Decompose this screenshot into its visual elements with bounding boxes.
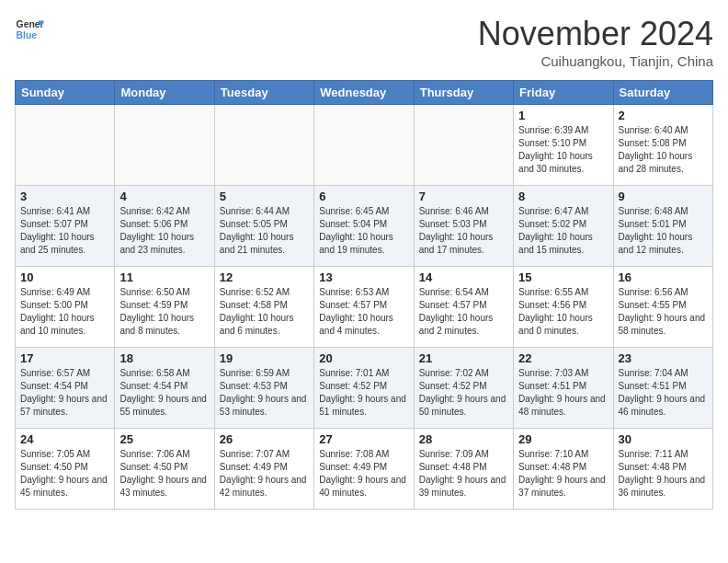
weekday-header-saturday: Saturday [613,81,712,105]
logo: General Blue [15,15,44,44]
day-number: 6 [319,190,408,203]
day-number: 7 [419,190,508,203]
calendar-day-cell: 8Sunrise: 6:47 AM Sunset: 5:02 PM Daylig… [514,186,613,267]
day-info: Sunrise: 7:04 AM Sunset: 4:51 PM Dayligh… [619,367,708,419]
day-number: 30 [619,432,708,446]
day-info: Sunrise: 7:01 AM Sunset: 4:52 PM Dayligh… [319,367,408,419]
day-number: 27 [319,432,408,446]
day-number: 12 [220,270,309,284]
day-number: 24 [20,432,109,446]
calendar-day-cell: 25Sunrise: 7:06 AM Sunset: 4:50 PM Dayli… [115,429,214,510]
day-number: 23 [619,351,708,365]
weekday-header-sunday: Sunday [16,81,115,105]
calendar-day-cell: 30Sunrise: 7:11 AM Sunset: 4:48 PM Dayli… [613,429,712,510]
calendar-day-cell: 10Sunrise: 6:49 AM Sunset: 5:00 PM Dayli… [16,267,115,348]
calendar-day-cell: 9Sunrise: 6:48 AM Sunset: 5:01 PM Daylig… [613,186,712,267]
calendar-day-cell: 29Sunrise: 7:10 AM Sunset: 4:48 PM Dayli… [514,429,613,510]
calendar-day-cell: 14Sunrise: 6:54 AM Sunset: 4:57 PM Dayli… [414,267,513,348]
calendar-day-cell: 2Sunrise: 6:40 AM Sunset: 5:08 PM Daylig… [613,105,712,186]
day-number: 26 [220,432,309,446]
day-info: Sunrise: 6:42 AM Sunset: 5:06 PM Dayligh… [119,205,209,257]
calendar-table: SundayMondayTuesdayWednesdayThursdayFrid… [15,80,713,510]
calendar-day-cell: 27Sunrise: 7:08 AM Sunset: 4:49 PM Dayli… [314,429,414,510]
day-number: 21 [419,351,508,365]
day-info: Sunrise: 6:59 AM Sunset: 4:53 PM Dayligh… [220,367,309,419]
calendar-day-cell: 6Sunrise: 6:45 AM Sunset: 5:04 PM Daylig… [314,186,414,267]
day-info: Sunrise: 6:48 AM Sunset: 5:01 PM Dayligh… [619,205,708,257]
calendar-day-cell: 13Sunrise: 6:53 AM Sunset: 4:57 PM Dayli… [314,267,414,348]
day-number: 20 [319,351,408,365]
logo-icon: General Blue [15,15,44,44]
weekday-header-thursday: Thursday [414,81,513,105]
day-number: 8 [518,190,608,203]
page-header: General Blue November 2024 Cuihuangkou, … [15,15,713,69]
day-number: 9 [619,190,708,203]
calendar-day-cell: 15Sunrise: 6:55 AM Sunset: 4:56 PM Dayli… [514,267,613,348]
calendar-day-cell: 7Sunrise: 6:46 AM Sunset: 5:03 PM Daylig… [414,186,513,267]
calendar-day-cell: 23Sunrise: 7:04 AM Sunset: 4:51 PM Dayli… [613,348,712,429]
day-info: Sunrise: 6:49 AM Sunset: 5:00 PM Dayligh… [20,286,109,338]
calendar-day-cell: 3Sunrise: 6:41 AM Sunset: 5:07 PM Daylig… [16,186,115,267]
day-info: Sunrise: 7:08 AM Sunset: 4:49 PM Dayligh… [319,448,408,500]
calendar-day-cell: 19Sunrise: 6:59 AM Sunset: 4:53 PM Dayli… [214,348,313,429]
day-info: Sunrise: 6:41 AM Sunset: 5:07 PM Dayligh… [20,205,109,257]
weekday-header-monday: Monday [115,81,214,105]
calendar-day-cell: 18Sunrise: 6:58 AM Sunset: 4:54 PM Dayli… [115,348,214,429]
day-info: Sunrise: 6:54 AM Sunset: 4:57 PM Dayligh… [419,286,508,338]
calendar-day-cell: 16Sunrise: 6:56 AM Sunset: 4:55 PM Dayli… [613,267,712,348]
day-info: Sunrise: 6:56 AM Sunset: 4:55 PM Dayligh… [619,286,708,338]
day-info: Sunrise: 6:40 AM Sunset: 5:08 PM Dayligh… [619,124,708,176]
day-number: 2 [619,109,708,122]
day-info: Sunrise: 7:07 AM Sunset: 4:49 PM Dayligh… [220,448,309,500]
calendar-day-cell [16,105,115,186]
day-number: 16 [619,270,708,284]
day-info: Sunrise: 7:09 AM Sunset: 4:48 PM Dayligh… [419,448,508,500]
calendar-day-cell: 20Sunrise: 7:01 AM Sunset: 4:52 PM Dayli… [314,348,414,429]
day-number: 14 [419,270,508,284]
title-block: November 2024 Cuihuangkou, Tianjin, Chin… [478,15,713,69]
day-number: 22 [518,351,608,365]
location: Cuihuangkou, Tianjin, China [478,53,713,69]
day-info: Sunrise: 6:55 AM Sunset: 4:56 PM Dayligh… [518,286,608,338]
day-number: 15 [518,270,608,284]
day-info: Sunrise: 6:58 AM Sunset: 4:54 PM Dayligh… [119,367,209,419]
day-number: 17 [20,351,109,365]
day-number: 28 [419,432,508,446]
day-info: Sunrise: 6:50 AM Sunset: 4:59 PM Dayligh… [119,286,209,338]
day-number: 13 [319,270,408,284]
calendar-day-cell: 21Sunrise: 7:02 AM Sunset: 4:52 PM Dayli… [414,348,513,429]
calendar-day-cell: 12Sunrise: 6:52 AM Sunset: 4:58 PM Dayli… [214,267,313,348]
day-number: 4 [119,190,209,203]
calendar-day-cell [214,105,313,186]
weekday-header-tuesday: Tuesday [214,81,313,105]
day-number: 19 [220,351,309,365]
calendar-day-cell: 11Sunrise: 6:50 AM Sunset: 4:59 PM Dayli… [115,267,214,348]
calendar-week-row: 24Sunrise: 7:05 AM Sunset: 4:50 PM Dayli… [16,429,713,510]
day-number: 10 [20,270,109,284]
day-info: Sunrise: 7:06 AM Sunset: 4:50 PM Dayligh… [119,448,209,500]
day-number: 18 [119,351,209,365]
day-info: Sunrise: 6:53 AM Sunset: 4:57 PM Dayligh… [319,286,408,338]
calendar-day-cell [414,105,513,186]
day-info: Sunrise: 7:02 AM Sunset: 4:52 PM Dayligh… [419,367,508,419]
day-info: Sunrise: 7:05 AM Sunset: 4:50 PM Dayligh… [20,448,109,500]
day-number: 29 [518,432,608,446]
calendar-week-row: 3Sunrise: 6:41 AM Sunset: 5:07 PM Daylig… [16,186,713,267]
day-info: Sunrise: 6:57 AM Sunset: 4:54 PM Dayligh… [20,367,109,419]
day-info: Sunrise: 6:52 AM Sunset: 4:58 PM Dayligh… [220,286,309,338]
calendar-day-cell: 26Sunrise: 7:07 AM Sunset: 4:49 PM Dayli… [214,429,313,510]
day-info: Sunrise: 7:10 AM Sunset: 4:48 PM Dayligh… [518,448,608,500]
day-info: Sunrise: 7:03 AM Sunset: 4:51 PM Dayligh… [518,367,608,419]
calendar-day-cell [314,105,414,186]
day-info: Sunrise: 6:39 AM Sunset: 5:10 PM Dayligh… [518,124,608,176]
calendar-day-cell: 17Sunrise: 6:57 AM Sunset: 4:54 PM Dayli… [16,348,115,429]
calendar-day-cell [115,105,214,186]
month-title: November 2024 [478,15,713,53]
day-info: Sunrise: 6:46 AM Sunset: 5:03 PM Dayligh… [419,205,508,257]
day-number: 5 [220,190,309,203]
weekday-header-row: SundayMondayTuesdayWednesdayThursdayFrid… [16,81,713,105]
calendar-week-row: 17Sunrise: 6:57 AM Sunset: 4:54 PM Dayli… [16,348,713,429]
day-number: 1 [518,109,608,122]
day-info: Sunrise: 7:11 AM Sunset: 4:48 PM Dayligh… [619,448,708,500]
day-info: Sunrise: 6:47 AM Sunset: 5:02 PM Dayligh… [518,205,608,257]
